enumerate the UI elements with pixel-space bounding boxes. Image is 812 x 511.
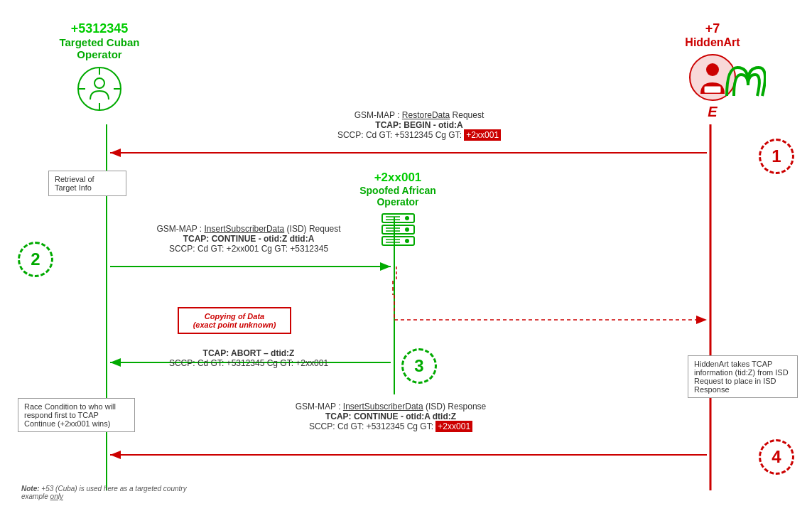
- cuban-name1: Targeted Cuban: [43, 36, 156, 48]
- msg2-line3: SCCP: Cd GT: +2xx001 Cg GT: +5312345: [114, 244, 384, 254]
- step-2: 2: [18, 242, 53, 277]
- spoofed-line1: Spoofed African: [341, 185, 455, 196]
- msg1-line2: TCAP: BEGIN - otid:A: [242, 120, 597, 130]
- msg1-highlight: +2xx001: [464, 129, 501, 141]
- msg4-text: GSM-MAP : InsertSubscriberData (ISD) Res…: [142, 402, 639, 431]
- svg-marker-9: [696, 316, 707, 324]
- company-logo: [723, 64, 766, 104]
- msg2-line2: TCAP: CONTINUE - otid:Z dtid:A: [114, 234, 384, 244]
- msg3-line1: TCAP: ABORT – dtid:Z: [114, 348, 384, 358]
- msg4-line3: SCCP: Cd GT: +5312345 Cg GT: +2xx001: [142, 421, 639, 431]
- svg-point-31: [405, 227, 409, 232]
- msg1-text: GSM-MAP : RestoreData Request TCAP: BEGI…: [242, 110, 597, 140]
- spoofed-phone: +2xx001: [341, 171, 455, 185]
- msg2-line1: GSM-MAP : InsertSubscriberData (ISD) Req…: [114, 224, 384, 234]
- cuban-icon: [43, 64, 156, 117]
- svg-point-32: [405, 239, 409, 243]
- svg-rect-29: [382, 237, 414, 245]
- actor-cuban: +5312345 Targeted Cuban Operator: [43, 21, 156, 117]
- copying-note: Copying of Data (exact point unknown): [178, 307, 291, 334]
- svg-marker-6: [380, 262, 391, 271]
- svg-marker-14: [110, 451, 121, 459]
- svg-rect-28: [382, 225, 414, 234]
- svg-rect-27: [382, 214, 414, 222]
- msg3-line2: SCCP: Cd GT: +5312345 Cg GT: +2xx001: [114, 358, 384, 368]
- svg-point-30: [405, 216, 409, 220]
- cuban-phone: +5312345: [43, 21, 156, 36]
- step-3: 3: [401, 348, 437, 384]
- copying-line1: Copying of Data: [185, 312, 284, 321]
- race-condition-note: Race Condition to who will respond first…: [18, 398, 135, 432]
- hiddenart-name: HiddenArt: [656, 36, 769, 49]
- msg3-text: TCAP: ABORT – dtid:Z SCCP: Cd GT: +53123…: [114, 348, 384, 368]
- svg-point-25: [706, 63, 719, 76]
- e-badge: E: [656, 104, 769, 120]
- copying-line2: (exact point unknown): [185, 321, 284, 329]
- step-4: 4: [759, 439, 794, 475]
- retrieval-note: Retrieval of Target Info: [48, 171, 126, 196]
- msg1-line3: SCCP: Cd GT: +5312345 Cg GT: +2xx001: [242, 130, 597, 140]
- step-1: 1: [759, 139, 794, 174]
- msg4-highlight: +2xx001: [435, 421, 472, 432]
- diagram-container: +5312345 Targeted Cuban Operator +7 Hidd…: [0, 0, 812, 511]
- svg-marker-4: [110, 149, 121, 157]
- note-bold-label: Note:: [21, 485, 41, 493]
- msg4-line1: GSM-MAP : InsertSubscriberData (ISD) Res…: [142, 402, 639, 412]
- msg2-text: GSM-MAP : InsertSubscriberData (ISD) Req…: [114, 224, 384, 254]
- bottom-note: Note: +53 (Cuba) is used here as a targe…: [21, 485, 199, 500]
- svg-point-22: [94, 78, 104, 88]
- msg4-line2: TCAP: CONTINUE - otid:A dtid:Z: [142, 412, 639, 421]
- msg1-line1: GSM-MAP : RestoreData Request: [242, 110, 597, 120]
- svg-rect-26: [704, 86, 721, 93]
- hiddenart-phone: +7: [656, 21, 769, 36]
- spoofed-line2: Operator: [341, 196, 455, 208]
- hiddenart-note: HiddenArt takes TCAP information (tid:Z)…: [688, 355, 798, 398]
- cuban-name2: Operator: [43, 48, 156, 60]
